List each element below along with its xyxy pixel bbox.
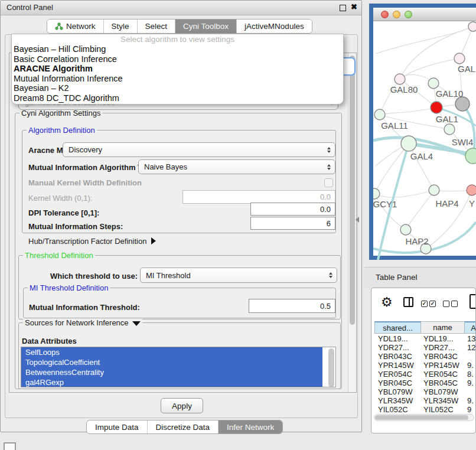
node-gal4[interactable] [401,136,416,151]
gear-icon[interactable]: ⚙ [381,295,393,310]
kernel-width-label: Kernel Width (0,1): [28,194,92,203]
table-row[interactable]: YER054CYER054C8. [374,370,476,379]
table-header-row: shared... name A [374,321,476,334]
panel-collapse-handle[interactable] [356,217,359,223]
tab-impute-data[interactable]: Impute Data [87,420,147,433]
aracne-mode-combobox[interactable]: Discovery [63,142,335,157]
list-item[interactable]: BetweennessCentrality [21,367,322,377]
node-hap4[interactable] [429,185,439,195]
table-panel-title: Table Panel [376,273,418,282]
combo-arrows-icon [327,147,331,153]
mi-algorithm-type-combobox[interactable]: Naive Bayes [138,159,335,174]
table-panel: ⚙ ✓ ✓ shared... name A YDL19...YDL19...1… [371,288,476,433]
node-label: GCY1 [373,199,397,209]
node[interactable] [468,22,476,31]
which-threshold-label: Which threshold to use: [50,272,138,281]
control-panel-window: Control Panel ✖ Network Style Select Cyn… [0,0,362,432]
close-traffic-light[interactable] [381,11,389,18]
mi-threshold-label: Mutual Information Threshold: [29,303,140,312]
unchecked-checkbox-icon[interactable] [451,301,458,307]
page-icon[interactable] [470,294,476,309]
node-label: HAP2 [405,236,428,246]
tab-discretize-data[interactable]: Discretize Data [147,420,219,433]
node-gray[interactable] [455,97,470,111]
node-gal10[interactable] [428,78,439,89]
close-window-icon[interactable]: ✖ [351,2,357,11]
inference-algorithm-combobox-fragment[interactable] [342,57,356,76]
mi-threshold-input[interactable]: 0.5 [249,299,335,313]
table-row[interactable]: YDR27...YDR27...12 [374,343,476,352]
table-row[interactable]: YBL079WYBL079W [374,387,476,396]
node-label: GAL10 [436,89,464,99]
menu-item[interactable]: Basic Correlation Inference [12,54,343,64]
collapse-down-icon[interactable] [132,321,141,326]
table-row[interactable]: YDL19...YDL19...13 [374,334,476,343]
tab-network-label: Network [66,22,96,31]
list-item[interactable]: gal4RGexp [21,377,322,387]
apply-button[interactable]: Apply [161,398,203,413]
node-gal2[interactable] [454,53,465,64]
node-gcy1[interactable] [373,188,380,199]
network-window-titlebar [373,8,476,21]
tab-network[interactable]: Network [47,19,103,33]
zoom-traffic-light[interactable] [405,11,412,18]
which-threshold-combobox[interactable]: MI Threshold [140,268,337,283]
table-row[interactable]: YIL052CYIL052C9 [374,405,476,414]
dpi-tolerance-label: DPI Tolerance [0,1]: [28,208,99,217]
network-icon [55,22,63,30]
tab-select[interactable]: Select [137,19,175,33]
tab-jactivemnodules[interactable]: jActiveMNodules [236,19,312,33]
split-columns-icon[interactable] [403,297,413,307]
node-swi4[interactable] [444,124,455,135]
menu-item[interactable]: Mutual Information Inference [12,74,343,84]
manual-kernel-checkbox[interactable] [324,178,333,187]
table-row[interactable]: YPR145WYPR145W9. [374,361,476,370]
manual-kernel-label: Manual Kernel Width Definition [28,178,142,187]
node-label: GAL11 [381,120,408,131]
tab-infer-network[interactable]: Infer Network [218,420,282,433]
tab-cyni-toolbox[interactable]: Cyni Toolbox [175,19,236,33]
list-item[interactable]: TopologicalCoefficient [21,357,322,367]
kernel-width-input[interactable]: 0.0 [182,190,335,204]
table-horizontal-scrollbar[interactable] [374,414,474,421]
node-label: SWI4 [452,137,474,147]
network-view-window: GAL GAL80 GAL10 GAL1 GAL11 SWI4 GAL4 GCY… [369,4,476,260]
dpi-tolerance-input[interactable]: 0.0 [250,203,335,216]
list-item[interactable]: SelfLoops [21,347,322,357]
data-attributes-list: SelfLoops TopologicalCoefficient Between… [21,347,336,387]
control-panel-tabbar: Network Style Select Cyni Toolbox jActiv… [47,19,312,34]
menu-item[interactable]: Dream8 DC_TDC Algorithm [12,93,343,103]
table-row[interactable]: YBR043CYBR043C [374,352,476,361]
hub-definition-expander[interactable]: Hub/Transcription Factor Definition [28,237,156,246]
minimize-traffic-light[interactable] [393,11,400,18]
table-row[interactable]: YBR045CYBR045C9. [374,379,476,387]
data-attributes-label: Data Attributes [22,337,77,345]
float-window-icon[interactable] [340,5,346,11]
node-bright-green[interactable] [465,148,476,164]
menu-item-selected[interactable]: ARACNE Algorithm [12,64,343,74]
node-gal11[interactable] [374,109,385,120]
node-label: GAL [458,64,475,74]
checked-checkbox-icon[interactable]: ✓ [421,301,428,307]
node-red[interactable] [431,102,442,113]
combo-arrows-icon [327,164,331,170]
window-title: Control Panel [6,3,53,12]
unchecked-checkbox-icon[interactable] [443,301,449,307]
column-header-name[interactable]: name [421,321,465,334]
node-hap2[interactable] [400,224,411,235]
minimized-panel-icon[interactable] [4,442,16,450]
tab-style[interactable]: Style [103,19,137,33]
column-header-clipped[interactable]: A [465,321,476,334]
node-salmon[interactable] [467,185,476,195]
checked-checkbox-icon[interactable]: ✓ [429,301,436,307]
list-scrollbar[interactable] [328,348,334,387]
mi-steps-label: Mutual Information Steps: [28,222,123,231]
mi-steps-input[interactable]: 6 [250,217,335,230]
settings-vertical-scrollbar[interactable] [348,53,356,392]
menu-item[interactable]: Bayesian – Hill Climbing [12,44,343,54]
table-row[interactable]: YLR345WYLR345W9. [374,396,476,405]
menu-item[interactable]: Bayesian – K2 [12,83,343,93]
node-gal80[interactable] [395,74,405,84]
network-canvas[interactable]: GAL GAL80 GAL10 GAL1 GAL11 SWI4 GAL4 GCY… [373,21,476,260]
column-header-shared[interactable]: shared... [374,321,421,334]
